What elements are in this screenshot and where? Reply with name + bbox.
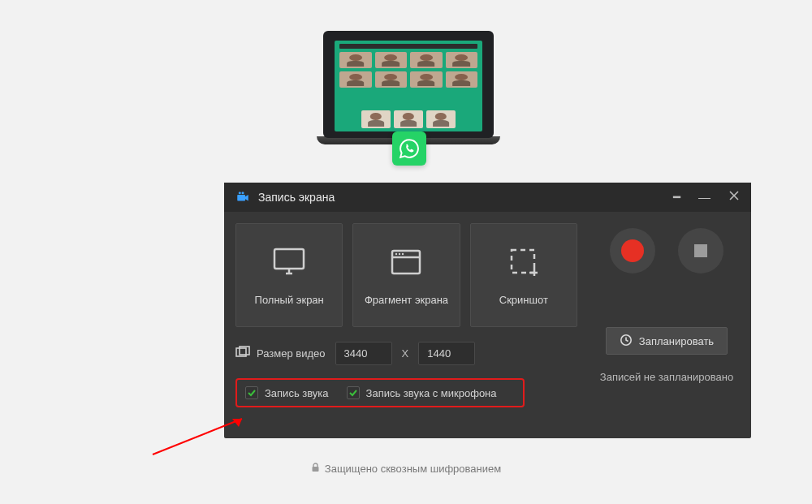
fragment-label: Фрагмент экрана	[365, 294, 448, 306]
screen-recorder-window: Запись экрана ━ — Полный экран	[224, 183, 751, 438]
width-input[interactable]	[335, 342, 392, 365]
height-input[interactable]	[418, 342, 475, 365]
schedule-button[interactable]: Запланировать	[606, 327, 728, 355]
record-mic-label: Запись звука с микрофона	[366, 387, 497, 399]
svg-point-7	[399, 252, 400, 254]
svg-rect-3	[274, 249, 304, 269]
record-mic-checkbox[interactable]: Запись звука с микрофона	[347, 386, 497, 399]
svg-point-2	[242, 192, 244, 194]
aspect-icon	[235, 346, 250, 361]
fragment-card[interactable]: Фрагмент экрана	[352, 223, 460, 327]
svg-point-8	[402, 252, 404, 254]
stop-button[interactable]	[678, 228, 723, 274]
window-title: Запись экрана	[258, 191, 335, 204]
encryption-text: Защищено сквозным шифрованием	[325, 463, 501, 475]
crop-icon	[506, 245, 542, 279]
window-icon	[388, 245, 424, 279]
svg-point-1	[239, 192, 241, 194]
schedule-empty-text: Записей не запланировано	[600, 371, 733, 383]
monitor-icon	[271, 245, 307, 279]
schedule-button-label: Запланировать	[639, 335, 714, 347]
close-button[interactable]	[728, 190, 740, 205]
checkbox-checked-icon	[347, 386, 360, 399]
camera-app-icon	[235, 190, 250, 205]
record-button[interactable]	[610, 228, 655, 274]
record-sound-label: Запись звука	[265, 387, 329, 399]
whatsapp-badge	[392, 131, 426, 166]
fullscreen-label: Полный экран	[255, 294, 324, 306]
clock-icon	[620, 334, 633, 349]
svg-rect-0	[237, 195, 245, 201]
stop-square-icon	[694, 244, 707, 257]
pin-button[interactable]: ━	[673, 190, 680, 205]
screenshot-label: Скриншот	[499, 294, 548, 306]
encryption-footer: Защищено сквозным шифрованием	[0, 463, 812, 475]
record-dot-icon	[621, 239, 644, 262]
svg-point-6	[395, 252, 397, 254]
svg-rect-9	[512, 250, 534, 273]
audio-options-highlight: Запись звука Запись звука с микрофона	[235, 378, 525, 407]
size-separator: X	[402, 347, 409, 360]
size-label: Размер видео	[257, 347, 326, 360]
screenshot-card[interactable]: Скриншот	[470, 223, 577, 327]
titlebar: Запись экрана ━ —	[224, 183, 751, 212]
lock-icon	[311, 463, 320, 475]
checkbox-checked-icon	[245, 386, 258, 399]
svg-rect-13	[312, 467, 318, 472]
minimize-button[interactable]: —	[698, 190, 710, 205]
fullscreen-card[interactable]: Полный экран	[235, 223, 343, 327]
record-sound-checkbox[interactable]: Запись звука	[245, 386, 329, 399]
